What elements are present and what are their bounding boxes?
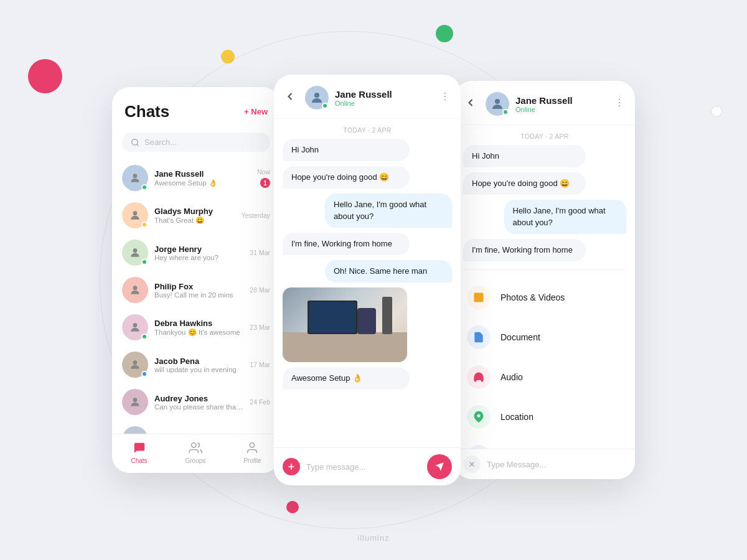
svg-point-4 bbox=[133, 248, 138, 253]
svg-point-23 bbox=[476, 295, 478, 297]
header-info: Jane Russell Online bbox=[335, 89, 433, 107]
cancel-attachment-button[interactable] bbox=[463, 455, 481, 473]
svg-point-10 bbox=[191, 443, 195, 447]
location-icon bbox=[467, 405, 491, 429]
chats-title: Chats bbox=[125, 102, 169, 121]
screen-chat-detail: Jane Russell Online TODAY · 2 APR Hi Joh… bbox=[274, 75, 461, 485]
decorative-circle-green bbox=[436, 25, 453, 42]
profile-nav-label: Profile bbox=[243, 457, 261, 464]
chat-list-item[interactable]: Jorge Henry Hey where are you? 31 Mar bbox=[112, 234, 280, 271]
document-label: Document bbox=[500, 332, 540, 342]
status-dot bbox=[141, 259, 148, 265]
chat-preview: will update you in evening bbox=[154, 366, 243, 373]
date-separator: TODAY · 2 APR bbox=[274, 119, 461, 139]
nav-groups[interactable]: Groups bbox=[185, 441, 205, 464]
chat-preview: Thankyou 😊 It's awesome bbox=[154, 328, 243, 337]
attach-document[interactable]: Document bbox=[454, 317, 635, 357]
svg-point-21 bbox=[619, 105, 620, 106]
messages-area-3: Hi John Hope you're doing good 😄 Hello J… bbox=[454, 145, 635, 264]
message-bubble: Oh! Nice. Same here man bbox=[325, 260, 452, 282]
attach-location[interactable]: Location bbox=[454, 397, 635, 437]
avatar bbox=[122, 277, 148, 303]
avatar-wrap bbox=[122, 352, 148, 378]
attach-audio[interactable]: Audio bbox=[454, 357, 635, 397]
message-input[interactable]: Type message... bbox=[306, 462, 421, 472]
svg-point-18 bbox=[495, 99, 500, 104]
chat-list-item[interactable]: Audrey Jones Can you please share that f… bbox=[112, 383, 280, 421]
contact-name-3: Jane Russell bbox=[515, 95, 608, 106]
chat-meta: 31 Mar bbox=[250, 249, 270, 256]
profile-nav-icon bbox=[245, 441, 260, 455]
status-dot bbox=[141, 222, 148, 228]
send-button[interactable] bbox=[427, 454, 452, 479]
chat-info: Debra Hawkins Thankyou 😊 It's awesome bbox=[154, 319, 243, 337]
location-label: Location bbox=[500, 412, 533, 422]
message-bubble-3: Hi John bbox=[463, 145, 586, 167]
messages-area: Hi John Hope you're doing good 😄 Hello J… bbox=[274, 139, 461, 467]
bottom-nav: Chats Groups bbox=[112, 434, 280, 473]
svg-point-3 bbox=[133, 211, 138, 215]
decorative-circle-pink bbox=[28, 59, 62, 93]
chat-header-3: Jane Russell Online bbox=[454, 81, 635, 125]
chat-list-item[interactable]: Jane Russell Awesome Setup 👌 Now 1 bbox=[112, 159, 280, 197]
chat-info: Philip Fox Busy! Call me in 20 mins bbox=[154, 282, 243, 299]
chat-time: 17 Mar bbox=[250, 361, 270, 368]
chat-preview: Hey where are you? bbox=[154, 254, 243, 261]
chat-meta: 28 Mar bbox=[250, 286, 270, 294]
message-bubble: Hope you're doing good 😄 bbox=[283, 166, 410, 189]
more-options-button[interactable] bbox=[439, 91, 451, 105]
attach-message-input[interactable]: Type Message... bbox=[487, 460, 626, 469]
search-bar[interactable]: Search... bbox=[122, 133, 270, 152]
chat-meta: Yesterday bbox=[242, 212, 270, 219]
nav-profile[interactable]: Profile bbox=[243, 441, 261, 464]
unread-badge: 1 bbox=[260, 178, 270, 188]
nav-chats[interactable]: Chats bbox=[131, 441, 147, 464]
svg-point-20 bbox=[619, 102, 620, 103]
chat-info: Jane Russell Awesome Setup 👌 bbox=[154, 169, 251, 187]
header-avatar bbox=[305, 86, 329, 110]
chats-nav-icon bbox=[132, 441, 147, 455]
chat-meta: Now 1 bbox=[257, 168, 270, 188]
more-options-button-3[interactable] bbox=[614, 97, 625, 111]
divider bbox=[463, 269, 626, 270]
svg-point-11 bbox=[250, 443, 255, 447]
chat-name: Audrey Jones bbox=[154, 394, 243, 403]
header-avatar-3 bbox=[486, 92, 509, 116]
message-bubble-3: I'm fine, Working from home bbox=[463, 239, 586, 261]
header-info-3: Jane Russell Online bbox=[515, 95, 608, 113]
chat-list-item[interactable]: Debra Hawkins Thankyou 😊 It's awesome 23… bbox=[112, 309, 280, 346]
svg-point-8 bbox=[133, 398, 138, 402]
add-attachment-button[interactable] bbox=[283, 458, 300, 475]
new-chat-button[interactable]: + New bbox=[244, 107, 268, 116]
svg-point-13 bbox=[444, 93, 446, 94]
chat-list-item[interactable]: Jacob Pena will update you in evening 17… bbox=[112, 346, 280, 383]
chat-time: Now bbox=[257, 168, 270, 175]
photos-videos-label: Photos & Videos bbox=[500, 292, 565, 302]
svg-point-15 bbox=[444, 99, 446, 100]
chat-list-item[interactable]: Gladys Murphy That's Great 😀 Yesterday bbox=[112, 197, 280, 234]
chat-list: Jane Russell Awesome Setup 👌 Now 1 Glady… bbox=[112, 159, 280, 458]
chat-info: Audrey Jones Can you please share that f… bbox=[154, 394, 243, 411]
chat-time: 28 Mar bbox=[250, 286, 270, 294]
svg-point-24 bbox=[477, 414, 481, 418]
avatar bbox=[122, 389, 148, 415]
chat-name: Jacob Pena bbox=[154, 357, 243, 366]
chat-list-item[interactable]: Philip Fox Busy! Call me in 20 mins 28 M… bbox=[112, 271, 280, 309]
back-button-3[interactable] bbox=[464, 96, 477, 111]
status-dot bbox=[141, 334, 148, 340]
chat-preview: That's Great 😀 bbox=[154, 216, 235, 225]
chat-time: 31 Mar bbox=[250, 249, 270, 256]
decorative-circle-yellow bbox=[221, 50, 235, 63]
svg-point-7 bbox=[133, 360, 138, 365]
back-button[interactable] bbox=[284, 90, 296, 105]
audio-icon bbox=[467, 365, 491, 389]
attach-photos-videos[interactable]: Photos & Videos bbox=[454, 278, 635, 317]
svg-point-14 bbox=[444, 96, 446, 97]
chat-time: 23 Mar bbox=[250, 324, 270, 331]
chat-header: Jane Russell Online bbox=[274, 75, 461, 119]
screens-container: Chats + New Search... Jane Russell Aweso… bbox=[112, 75, 635, 485]
message-bubble: Awesome Setup 👌 bbox=[283, 367, 410, 390]
monitor-element bbox=[308, 301, 357, 334]
message-bubble-3: Hello Jane, I'm good what about you? bbox=[504, 200, 627, 233]
chat-image bbox=[283, 287, 407, 362]
